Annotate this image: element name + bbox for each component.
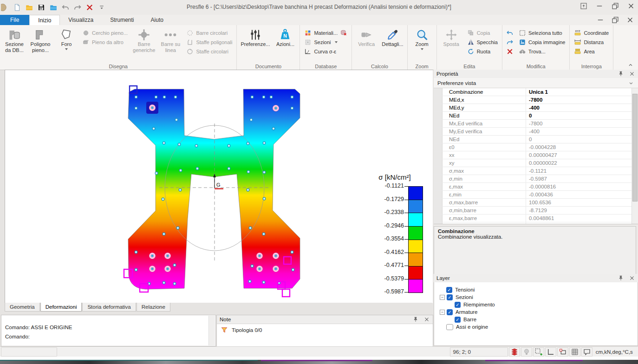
ribbon-zoom[interactable]: Zoom <box>410 27 435 62</box>
property-row[interactable]: xy0.00000022 <box>434 159 638 167</box>
layer-item-tensioni[interactable]: ✓Tensioni <box>434 286 638 293</box>
layer-checkbox[interactable]: ✓ <box>455 317 461 323</box>
property-row[interactable]: MEd,y-400 <box>434 104 638 112</box>
property-row[interactable]: ε,min-0.000436 <box>434 191 638 199</box>
ribbon-poligono-pieno-[interactable]: Poligonopieno... <box>28 27 53 62</box>
layer-checkbox[interactable]: ✓ <box>455 302 461 308</box>
menu-tab-file[interactable]: File <box>0 15 29 25</box>
menu-tab-strumenti[interactable]: Strumenti <box>102 15 142 25</box>
property-label: ε,max,barre <box>443 214 526 222</box>
ribbon-staffe-circolari: Staffe circolari <box>185 47 234 55</box>
ribbon-copia-immagine[interactable]: Copia immagine <box>517 38 566 46</box>
ribbon-azioni-[interactable]: NAzioni... <box>273 27 298 62</box>
property-row[interactable]: My,Ed verifica-400 <box>434 128 638 136</box>
layer-checkbox[interactable]: ✓ <box>447 294 453 300</box>
restore-icon[interactable] <box>611 2 619 10</box>
tab-storia-deformativa[interactable]: Storia deformativa <box>82 303 136 312</box>
ribbon-area[interactable]: Area <box>573 47 610 55</box>
command-prompt[interactable]: Comando: <box>1 332 215 341</box>
property-row[interactable]: σ,min,barre-8.7129 <box>434 207 638 214</box>
status-grid-button[interactable] <box>569 347 580 357</box>
ribbon-collapse-icon[interactable] <box>627 62 634 68</box>
mdi-restore-icon[interactable] <box>611 16 619 24</box>
layer-item-sezioni[interactable]: −✓Sezioni <box>434 293 638 301</box>
status-bubble-button[interactable] <box>581 347 592 357</box>
minimize-icon[interactable] <box>595 2 604 10</box>
property-row[interactable]: CombinazioneUnica 1 <box>434 88 638 96</box>
property-row[interactable]: NEd0 <box>434 112 638 120</box>
layer-checkbox[interactable] <box>446 324 453 330</box>
ribbon-foro[interactable]: Foro <box>54 27 79 62</box>
layer-item-riempimento[interactable]: ✓Riempimento <box>434 301 638 308</box>
legend-value: -0.1729 <box>371 196 404 202</box>
status-layers-red-button[interactable] <box>509 347 520 357</box>
layer-item-barre[interactable]: ✓Barre <box>434 316 638 323</box>
ribbon-dettagli-[interactable]: Dettagli... <box>380 27 405 62</box>
tree-expander-icon[interactable]: − <box>440 310 445 315</box>
mdi-close-icon[interactable] <box>626 16 634 24</box>
ribbon-ruota[interactable]: Ruota <box>466 47 499 55</box>
layer-checkbox[interactable]: ✓ <box>446 287 452 293</box>
properties-table[interactable]: CombinazioneUnica 1MEd,x-7800MEd,y-400NE… <box>434 88 638 224</box>
layer-checkbox[interactable]: ✓ <box>447 309 453 315</box>
command-panel[interactable]: Comando: ASSI E ORIGINE Comando: <box>1 315 216 346</box>
tree-expander-icon[interactable]: − <box>440 295 445 300</box>
legend-band <box>409 240 423 253</box>
legend-tick <box>404 186 408 187</box>
tab-relazione[interactable]: Relazione <box>137 303 170 312</box>
copy-img-icon <box>519 39 526 46</box>
ribbon-sezione-da-db-[interactable]: Sezioneda DB... <box>2 27 27 62</box>
ribbon-curva-[interactable]: Curva σ-ε <box>303 47 349 55</box>
legend-tick <box>404 200 408 200</box>
ribbon-seleziona-tutto[interactable]: Seleziona tutto <box>517 29 566 37</box>
ribbon-trova-[interactable]: Trova... <box>517 47 566 55</box>
tab-geometria[interactable]: Geometria <box>5 303 40 312</box>
view-preferences-dropdown[interactable]: Preferenze vista <box>434 78 638 88</box>
layer-item-assi-e-origine[interactable]: Assi e origine <box>434 323 638 331</box>
properties-scrollbar[interactable] <box>631 88 638 224</box>
status-sel-plus-button[interactable] <box>533 347 544 357</box>
property-row[interactable]: MEd,x-7800 <box>434 96 638 104</box>
status-bulb-button[interactable] <box>521 347 532 357</box>
command-scrollbar[interactable] <box>208 316 215 345</box>
close-icon[interactable] <box>627 2 635 10</box>
property-row[interactable]: σ,min-0.5987 <box>434 175 638 183</box>
pin-icon[interactable] <box>618 275 624 281</box>
ribbon-redo-blue-button[interactable] <box>505 38 514 46</box>
pin-icon[interactable] <box>618 71 624 77</box>
ribbon-distanza[interactable]: Distanza <box>573 38 610 46</box>
ribbon-sezioni[interactable]: Sezioni <box>303 38 349 46</box>
ribbon-preferenze-[interactable]: Preferenze... <box>239 27 272 62</box>
ribbon-coordinate[interactable]: XYZCoordinate <box>573 29 610 37</box>
status-rect-snap-button[interactable] <box>557 347 568 357</box>
property-row[interactable]: xx0.00000427 <box>434 151 638 159</box>
note-row[interactable]: Tipologia 0/0 <box>217 324 433 336</box>
legend-value: -0.3554 <box>371 235 404 242</box>
menu-tab-aiuto[interactable]: Aiuto <box>143 15 172 25</box>
status-corner-button[interactable] <box>545 347 556 357</box>
close-icon[interactable] <box>629 275 635 281</box>
ribbon-materiali-[interactable]: Materiali... <box>303 29 349 37</box>
property-row[interactable]: Mx,Ed verifica-7800 <box>434 120 638 128</box>
close-icon[interactable] <box>629 71 635 77</box>
menu-tab-inizio[interactable]: Inizio <box>29 15 60 25</box>
ribbon-specchia[interactable]: Specchia <box>466 38 499 46</box>
tab-deformazioni[interactable]: Deformazioni <box>40 303 82 312</box>
ribbon-pin-icon[interactable] <box>579 2 588 10</box>
ribbon-x-red-button[interactable] <box>505 47 514 55</box>
property-row[interactable]: σ,max-0.1121 <box>434 167 638 175</box>
mdi-minimize-icon[interactable] <box>596 16 605 24</box>
close-icon[interactable] <box>423 316 430 323</box>
property-row[interactable]: ε0-0.0004228 <box>434 143 638 151</box>
drawing-canvas[interactable]: G σ [kN/cm²] -0.1121-0.1729-0.2338-0.294… <box>5 70 433 303</box>
pin-icon[interactable] <box>412 316 419 323</box>
menu-tab-visualizza[interactable]: Visualizza <box>60 15 102 25</box>
ribbon-undo-blue-button[interactable] <box>505 29 514 37</box>
property-row[interactable]: ε,min,barre-0.000423 <box>434 222 638 224</box>
property-value: -0.000436 <box>526 191 638 198</box>
property-row[interactable]: σ,max,barre100.6536 <box>434 199 638 207</box>
layer-item-armature[interactable]: −✓Armature <box>434 308 638 316</box>
property-row[interactable]: ε,max-0.0000816 <box>434 183 638 191</box>
property-row[interactable]: ε,max,barre0.0048861 <box>434 214 638 222</box>
property-row[interactable]: NEd0 <box>434 136 638 143</box>
